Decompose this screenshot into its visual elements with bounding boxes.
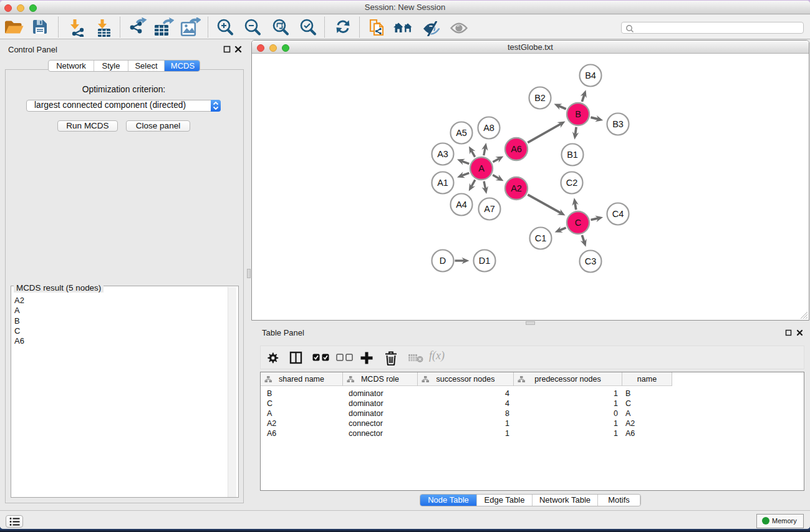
svg-text:A: A (478, 163, 485, 173)
svg-text:B1: B1 (567, 150, 578, 160)
svg-text:D: D (440, 256, 446, 266)
svg-text:A8: A8 (483, 123, 494, 133)
svg-text:B: B (575, 109, 581, 119)
svg-text:D1: D1 (479, 256, 491, 266)
svg-text:A6: A6 (511, 144, 522, 154)
svg-text:B4: B4 (585, 70, 596, 80)
svg-text:C: C (575, 218, 581, 228)
svg-text:B3: B3 (612, 119, 624, 129)
svg-text:A1: A1 (437, 178, 448, 188)
svg-text:A4: A4 (456, 200, 467, 210)
svg-text:A3: A3 (437, 149, 448, 159)
svg-text:C1: C1 (535, 233, 547, 243)
svg-text:C3: C3 (585, 256, 597, 266)
svg-text:A2: A2 (511, 183, 522, 193)
svg-text:C4: C4 (612, 209, 624, 219)
svg-text:C2: C2 (566, 178, 578, 188)
svg-text:B2: B2 (534, 93, 546, 103)
svg-text:A7: A7 (484, 204, 495, 214)
svg-text:A5: A5 (456, 128, 467, 138)
